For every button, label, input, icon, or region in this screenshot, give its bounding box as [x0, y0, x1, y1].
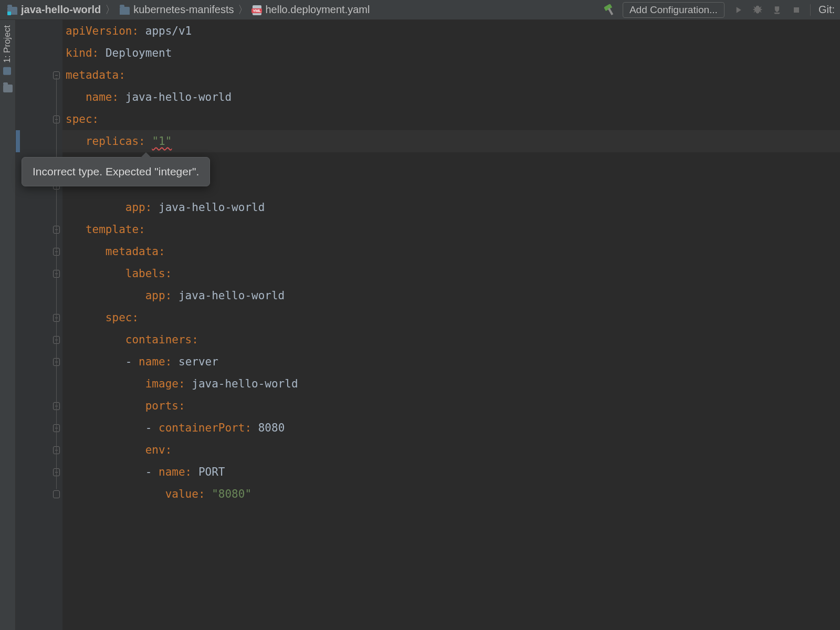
code-line[interactable]: spec:: [66, 307, 139, 329]
left-tool-stripe: 1: Project: [0, 20, 16, 630]
code-line[interactable]: - name: PORT: [66, 461, 225, 483]
code-line[interactable]: metadata:: [66, 240, 165, 262]
project-tool-window-tab[interactable]: 1: Project: [0, 20, 15, 80]
project-icon: [4, 67, 12, 75]
code-line[interactable]: image: java-hello-world: [66, 373, 298, 395]
top-toolbar: java-hello-world 〉 kubernetes-manifests …: [0, 0, 840, 20]
code-line[interactable]: kind: Deployment: [66, 42, 172, 64]
code-line[interactable]: spec:: [66, 108, 99, 130]
code-line[interactable]: app: java-hello-world: [66, 196, 265, 218]
build-icon[interactable]: [603, 4, 615, 16]
code-line[interactable]: containers:: [66, 329, 198, 351]
caret-gutter-stripe: [16, 130, 20, 152]
breadcrumb-label: kubernetes-manifests: [133, 4, 234, 16]
code-line[interactable]: apiVersion: apps/v1: [66, 20, 192, 42]
code-line[interactable]: labels:: [66, 262, 172, 285]
svg-rect-0: [794, 7, 799, 13]
git-label: Git:: [818, 4, 835, 16]
breadcrumb-separator: 〉: [238, 3, 248, 17]
folder-tool-icon[interactable]: [3, 85, 13, 92]
code-line[interactable]: - containerPort: 8080: [66, 417, 285, 439]
folder-open-icon: [7, 7, 17, 15]
code-line[interactable]: name: java-hello-world: [66, 86, 232, 108]
code-content[interactable]: apiVersion: apps/v1kind: Deploymentmetad…: [66, 20, 840, 630]
project-tab-label: 1: Project: [2, 25, 13, 63]
breadcrumb-item-folder[interactable]: kubernetes-manifests: [120, 4, 234, 16]
code-line[interactable]: value: "8080": [66, 483, 251, 505]
stop-icon[interactable]: [791, 4, 802, 16]
run-icon[interactable]: [732, 4, 744, 16]
debug-icon[interactable]: [752, 4, 763, 16]
code-editor[interactable]: apiVersion: apps/v1kind: Deploymentmetad…: [16, 20, 840, 630]
code-line[interactable]: replicas: "1": [66, 130, 172, 152]
breadcrumb-item-file[interactable]: hello.deployment.yaml: [253, 4, 370, 16]
run-with-coverage-icon[interactable]: [771, 4, 783, 16]
code-line[interactable]: env:: [66, 439, 172, 461]
code-line[interactable]: ports:: [66, 395, 185, 417]
error-tooltip: Incorrect type. Expected "integer".: [22, 157, 210, 186]
toolbar-right: Add Configuration... Git:: [603, 2, 835, 18]
editor-gutter: [16, 20, 62, 630]
add-configuration-button[interactable]: Add Configuration...: [623, 2, 724, 18]
breadcrumb-label: hello.deployment.yaml: [265, 4, 370, 16]
fold-guide-line: [56, 78, 57, 489]
code-line[interactable]: app: java-hello-world: [66, 285, 285, 307]
breadcrumb-label: java-hello-world: [21, 4, 101, 16]
code-line[interactable]: template:: [66, 218, 145, 240]
code-line[interactable]: - name: server: [66, 351, 218, 373]
fold-toggle[interactable]: [53, 490, 60, 498]
breadcrumb-item-project[interactable]: java-hello-world: [7, 4, 101, 16]
code-line[interactable]: metadata:: [66, 64, 125, 86]
breadcrumb-separator: 〉: [105, 3, 116, 17]
tooltip-text: Incorrect type. Expected "integer".: [33, 165, 199, 177]
folder-icon: [120, 7, 130, 15]
breadcrumb: java-hello-world 〉 kubernetes-manifests …: [7, 3, 603, 17]
yaml-file-icon: [253, 5, 261, 15]
toolbar-separator: [810, 4, 811, 16]
